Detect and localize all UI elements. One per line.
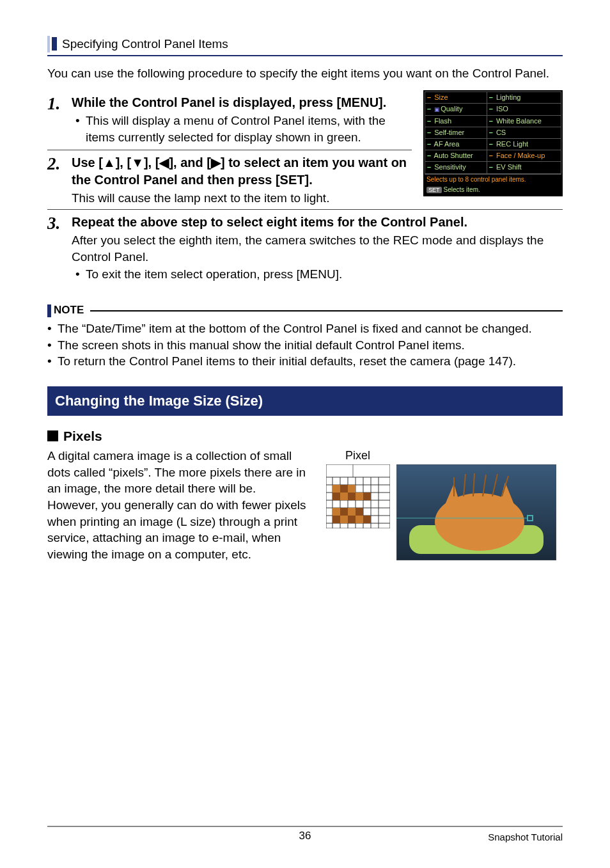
svg-rect-17 (340, 485, 348, 493)
bullet-dot: • (75, 113, 82, 145)
note-item: •To return the Control Panel items to th… (47, 353, 563, 370)
screenshot-footer-line1: Selects up to 8 control panel items. (425, 174, 561, 185)
note-bar-icon (47, 304, 51, 317)
note-item: •The screen shots in this manual show th… (47, 337, 563, 354)
page-footer: 36 Snapshot Tutorial (47, 826, 563, 844)
footer-section-name: Snapshot Tutorial (488, 831, 563, 844)
section-heading: Specifying Control Panel Items (52, 37, 228, 51)
step-number: 1. (47, 94, 65, 113)
step-3: 3. Repeat the above step to select eight… (47, 210, 563, 287)
down-arrow-icon: ▼ (131, 155, 144, 170)
page-number: 36 (299, 829, 311, 844)
step-text: This will cause the lamp next to the ite… (72, 190, 412, 207)
set-button-icon: SET (426, 187, 442, 194)
left-arrow-icon: ◀ (159, 155, 169, 170)
step-number: 3. (47, 214, 65, 232)
step-1: 1. While the Control Panel is displayed,… (47, 90, 412, 149)
svg-rect-24 (332, 508, 340, 516)
svg-rect-32 (363, 516, 371, 523)
svg-rect-26 (348, 508, 356, 516)
step-title: While the Control Panel is displayed, pr… (72, 94, 412, 111)
svg-rect-21 (348, 493, 356, 500)
svg-rect-25 (340, 508, 348, 516)
svg-rect-18 (348, 485, 356, 493)
pixels-paragraph: A digital camera image is a collection o… (47, 448, 308, 562)
square-bullet-icon (47, 430, 58, 441)
step-bullet: To exit the item select operation, press… (86, 266, 342, 283)
step-bullet: This will display a menu of Control Pane… (86, 113, 412, 145)
step-title: Repeat the above step to select eight it… (72, 214, 563, 231)
svg-rect-29 (340, 516, 348, 523)
cat-photo-icon (396, 464, 556, 560)
control-panel-menu-screenshot: – Size– Lighting– ▣Quality– ISO– Flash– … (423, 90, 563, 196)
intro-text: You can use the following procedure to s… (47, 65, 563, 82)
svg-rect-19 (332, 493, 340, 500)
up-arrow-icon: ▲ (103, 155, 116, 170)
pixels-figure: Pixel (326, 448, 563, 560)
step-text: After you select the eighth item, the ca… (72, 232, 563, 265)
step-title: Use [▲], [▼], [◀], and [▶] to select an … (72, 154, 412, 189)
svg-rect-22 (356, 493, 363, 500)
svg-rect-30 (348, 516, 356, 523)
svg-rect-16 (332, 485, 340, 493)
section-heading-wrap: Specifying Control Panel Items (47, 36, 563, 56)
step-2: 2. Use [▲], [▼], [◀], and [▶] to select … (47, 150, 412, 210)
right-arrow-icon: ▶ (211, 155, 221, 170)
note-item: •The “Date/Time” item at the bottom of t… (47, 320, 563, 337)
screenshot-footer-line2: SETSelects item. (425, 185, 561, 195)
pixels-heading: Pixels (47, 427, 563, 445)
svg-rect-27 (356, 508, 363, 516)
bullet-dot: • (75, 266, 82, 283)
step-number: 2. (47, 154, 65, 173)
svg-rect-28 (332, 516, 340, 523)
pixel-label: Pixel (345, 448, 563, 463)
svg-rect-31 (356, 516, 363, 523)
note-heading: NOTE (47, 303, 563, 318)
note-list: •The “Date/Time” item at the bottom of t… (47, 318, 563, 370)
svg-rect-23 (363, 493, 371, 500)
svg-rect-20 (340, 493, 348, 500)
subsection-heading: Changing the Image Size (Size) (47, 386, 563, 416)
pixel-grid-icon (326, 464, 390, 528)
